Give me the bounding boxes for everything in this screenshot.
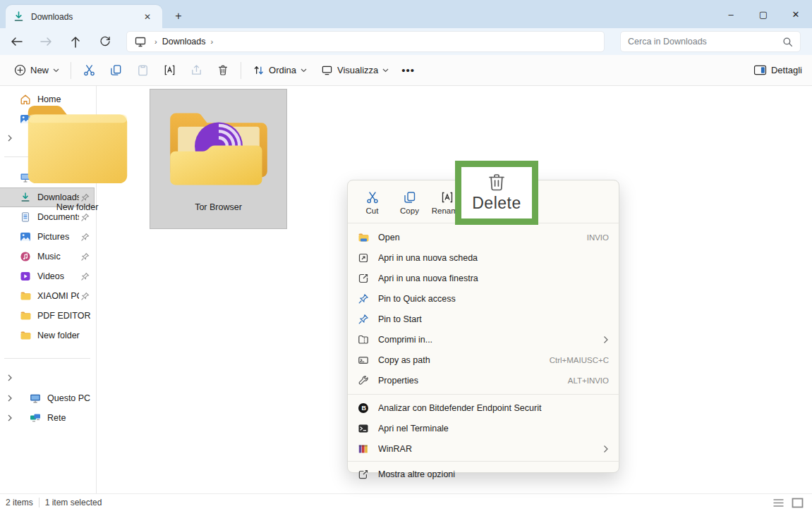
status-bar: 2 items 1 item selected: [0, 493, 812, 511]
sidebar-expand-chevron-icon[interactable]: [6, 374, 14, 382]
cut-label: Cut: [366, 207, 379, 215]
svg-text:B: B: [361, 405, 366, 412]
downloads-icon: [13, 11, 25, 23]
sort-button-label: Ordina: [269, 65, 296, 75]
menu-item-open[interactable]: Open INVIO: [351, 227, 617, 247]
sidebar-item-label: Videos: [37, 271, 79, 281]
menu-item-label: Apri in una nuova scheda: [378, 253, 609, 263]
details-pane-button[interactable]: Dettagli: [753, 65, 802, 75]
folder-icon: [20, 310, 31, 321]
menu-item-pin-to-start[interactable]: Pin to Start: [351, 309, 617, 329]
delete-button[interactable]: [210, 59, 236, 82]
file-name: New folder: [56, 202, 99, 212]
sidebar-item-xiaomi-poco[interactable]: XIAOMI POCO F: [0, 287, 94, 305]
pin-icon: [358, 314, 369, 325]
share-button[interactable]: [183, 59, 210, 82]
search-box[interactable]: [620, 31, 801, 52]
toolbar-separator: [71, 62, 71, 79]
sidebar-item-rete[interactable]: Rete: [0, 409, 94, 427]
menu-item-bitdefender-scan[interactable]: B Analizar con Bitdefender Endpoint Secu…: [351, 398, 617, 418]
large-icons-view-icon[interactable]: [792, 498, 804, 508]
show-more-icon: [358, 469, 369, 480]
cut-quick-button[interactable]: Cut: [353, 185, 391, 220]
sidebar-item-pdf-editor[interactable]: PDF EDITOR: [0, 307, 94, 325]
menu-item-show-more-options[interactable]: Mostra altre opzioni: [351, 464, 617, 484]
forward-button[interactable]: [35, 32, 56, 51]
sidebar-item-questo-pc[interactable]: Questo PC: [0, 389, 94, 407]
tab-close-icon[interactable]: ✕: [140, 9, 155, 25]
maximize-button[interactable]: ▢: [747, 0, 780, 28]
file-tile-new-folder[interactable]: New folder: [9, 90, 145, 228]
bitdefender-icon: B: [358, 402, 369, 414]
menu-item-label: Comprimi in...: [378, 335, 596, 345]
menu-item-compress[interactable]: Comprimi in...: [351, 329, 617, 350]
winrar-icon: [358, 443, 369, 455]
menu-item-open-new-tab[interactable]: Apri in una nuova scheda: [351, 247, 617, 268]
menu-item-label: Apri in una nuova finestra: [378, 273, 609, 283]
menu-item-copy-as-path[interactable]: Copy as path Ctrl+MAIUSC+C: [351, 350, 617, 370]
menu-separator: [348, 461, 620, 462]
more-options-button[interactable]: •••: [396, 64, 420, 76]
navigation-bar: › Downloads ›: [0, 28, 812, 55]
back-button[interactable]: [6, 32, 27, 51]
rename-button[interactable]: [156, 59, 183, 82]
items-count: 2 items: [0, 498, 39, 507]
menu-item-winrar[interactable]: WinRAR: [351, 438, 617, 459]
menu-shortcut: Ctrl+MAIUSC+C: [550, 356, 609, 364]
minimize-button[interactable]: –: [715, 0, 747, 28]
submenu-chevron-icon: [603, 335, 609, 344]
open-new-window-icon: [358, 273, 369, 284]
search-input[interactable]: [628, 37, 782, 47]
view-button-label: Visualizza: [337, 65, 378, 75]
breadcrumb-chevron-icon[interactable]: ›: [211, 37, 214, 46]
selected-count: 1 item selected: [40, 498, 108, 507]
expand-chevron-icon[interactable]: [6, 414, 14, 422]
delete-annotation-box[interactable]: Delete: [455, 161, 538, 225]
up-button[interactable]: [65, 32, 86, 51]
copy-label: Copy: [400, 207, 419, 215]
folder-icon: [23, 99, 133, 198]
refresh-button[interactable]: [95, 32, 116, 51]
sidebar-item-label: Questo PC: [47, 393, 94, 403]
menu-item-open-new-window[interactable]: Apri in una nuova finestra: [351, 268, 617, 288]
command-toolbar: New Ordina Visualizza: [0, 55, 812, 86]
breadcrumb[interactable]: Downloads: [162, 37, 206, 47]
sidebar-item-label: Rete: [47, 413, 94, 423]
copy-button[interactable]: [102, 59, 129, 82]
sidebar-item-pictures[interactable]: Pictures: [0, 228, 94, 246]
folder-icon: [20, 290, 31, 302]
expand-chevron-icon[interactable]: [6, 394, 14, 402]
menu-item-properties[interactable]: Properties ALT+INVIO: [351, 370, 617, 390]
terminal-icon: [358, 423, 369, 434]
sort-button[interactable]: Ordina: [246, 59, 314, 82]
tab-label: Downloads: [31, 12, 140, 22]
titlebar: Downloads ✕ + – ▢ ✕: [0, 0, 812, 28]
sidebar-item-label: Pictures: [37, 232, 79, 242]
sidebar-divider: [4, 358, 90, 359]
menu-item-label: Mostra altre opzioni: [378, 469, 609, 479]
tab-downloads[interactable]: Downloads ✕: [6, 5, 162, 28]
new-button[interactable]: New: [7, 59, 66, 82]
details-pane-label: Dettagli: [771, 65, 802, 75]
cut-button[interactable]: [75, 59, 102, 82]
new-tab-button[interactable]: +: [169, 7, 188, 25]
copy-icon: [403, 190, 417, 204]
file-tile-tor-browser[interactable]: Tor Browser: [150, 90, 286, 228]
menu-item-label: Copy as path: [378, 355, 543, 365]
delete-annotation-label: Delete: [472, 194, 521, 213]
view-button[interactable]: Visualizza: [314, 59, 396, 82]
sidebar-item-new-folder[interactable]: New folder: [0, 326, 94, 345]
details-view-icon[interactable]: [772, 498, 784, 508]
tor-browser-folder-icon: [164, 99, 274, 198]
copy-quick-button[interactable]: Copy: [391, 185, 428, 220]
sidebar-item-videos[interactable]: Videos: [0, 267, 94, 285]
menu-item-open-in-terminal[interactable]: Apri nel Terminale: [351, 418, 617, 438]
music-icon: [20, 251, 31, 262]
file-name: Tor Browser: [195, 202, 242, 212]
close-button[interactable]: ✕: [780, 0, 812, 28]
paste-button[interactable]: [129, 59, 156, 82]
address-bar[interactable]: › Downloads ›: [126, 31, 605, 52]
menu-item-pin-quick-access[interactable]: Pin to Quick access: [351, 288, 617, 309]
menu-item-label: Pin to Start: [378, 314, 609, 324]
sidebar-item-music[interactable]: Music: [0, 247, 94, 266]
